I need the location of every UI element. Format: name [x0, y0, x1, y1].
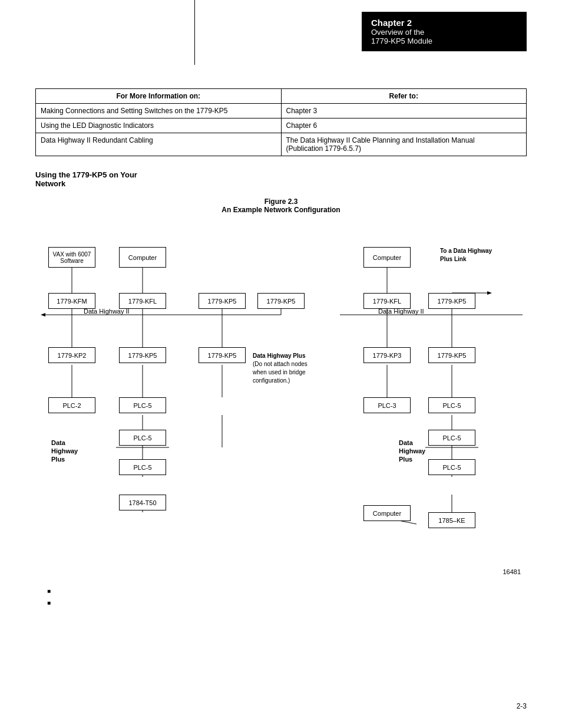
plc5-left-top-box: PLC-5	[119, 397, 166, 413]
kp2-box: 1779-KP2	[48, 347, 95, 363]
figure-title: An Example Network Configuration	[222, 206, 340, 214]
figure-ref: 16481	[35, 568, 521, 575]
table-cell: Making Connections and Setting Switches …	[36, 104, 282, 118]
page-number: 2-3	[517, 702, 527, 710]
kp5-mid-right-box: 1779-KP5	[428, 347, 475, 363]
table-cell: Data Highway II Redundant Cabling	[36, 133, 282, 156]
kp3-box: 1779-KP3	[363, 347, 411, 363]
vax-box: VAX with 6007Software	[48, 247, 95, 268]
table-col2-header: Refer to:	[281, 89, 527, 104]
dh-plus-link-label: To a Data HighwayPlus Link	[440, 247, 517, 263]
kp5-top-right-box: 1779-KP5	[428, 293, 475, 309]
chapter-number: Chapter 2	[371, 18, 517, 28]
plc5-left-bottom-box: PLC-5	[119, 430, 166, 446]
dhp-right-label: DataHighwayPlus	[399, 439, 425, 463]
bullet-item-2	[47, 599, 527, 606]
figure-caption: Figure 2.3 An Example Network Configurat…	[35, 197, 527, 214]
chapter-title-line1: Overview of the	[371, 28, 517, 37]
table-cell: Chapter 3	[281, 104, 527, 118]
figure-number: Figure 2.3	[265, 197, 298, 206]
table-cell: Using the LED Diagnostic Indicators	[36, 118, 282, 133]
plc5-left-bottom2-box: PLC-5	[119, 459, 166, 475]
table-row: Using the LED Diagnostic Indicators Chap…	[36, 118, 527, 133]
kfl1-box: 1779-KFL	[119, 293, 166, 309]
plc5-right-bottom2-box: PLC-5	[428, 459, 475, 475]
network-diagram: VAX with 6007Software Computer Computer …	[39, 223, 523, 565]
ke-box: 1785–KE	[428, 512, 475, 528]
table-cell: The Data Highway II Cable Planning and I…	[281, 133, 527, 156]
table-row: Data Highway II Redundant Cabling The Da…	[36, 133, 527, 156]
kfm-box: 1779-KFM	[48, 293, 95, 309]
computer1-box: Computer	[119, 247, 166, 268]
dhp-note-label: Data Highway Plus (Do not attach nodeswh…	[253, 352, 347, 385]
chapter-title-line2: 1779-KP5 Module	[371, 37, 517, 45]
computer3-box: Computer	[363, 505, 411, 521]
computer2-box: Computer	[363, 247, 411, 268]
plc5-right-bottom-box: PLC-5	[428, 430, 475, 446]
bullet-section	[35, 587, 527, 606]
svg-marker-4	[41, 313, 45, 317]
table-col1-header: For More Information on:	[36, 89, 282, 104]
kp5-top-mid-left-box: 1779-KP5	[199, 293, 246, 309]
table-cell: Chapter 6	[281, 118, 527, 133]
plc3-box: PLC-3	[363, 397, 411, 413]
bullet-item-1	[47, 587, 527, 594]
kp5-mid-left-box: 1779-KP5	[119, 347, 166, 363]
svg-marker-35	[487, 291, 492, 295]
plc5-right-top-box: PLC-5	[428, 397, 475, 413]
section-heading: Using the 1779-KP5 on YourNetwork	[35, 170, 527, 188]
dh2-right-label: Data Highway II	[378, 308, 424, 315]
kp5-top-mid-right-box: 1779-KP5	[257, 293, 305, 309]
chapter-header: Chapter 2 Overview of the 1779-KP5 Modul…	[362, 12, 527, 51]
info-table: For More Information on: Refer to: Makin…	[35, 88, 527, 156]
t50-box: 1784-T50	[119, 495, 166, 510]
top-vertical-line	[194, 0, 195, 65]
kfl2-box: 1779-KFL	[363, 293, 411, 309]
dhp-left-label: DataHighwayPlus	[51, 439, 78, 463]
table-row: Making Connections and Setting Switches …	[36, 104, 527, 118]
kp5-mid-center-box: 1779-KP5	[199, 347, 246, 363]
dh2-left-label: Data Highway II	[84, 308, 130, 315]
plc2-box: PLC-2	[48, 397, 95, 413]
